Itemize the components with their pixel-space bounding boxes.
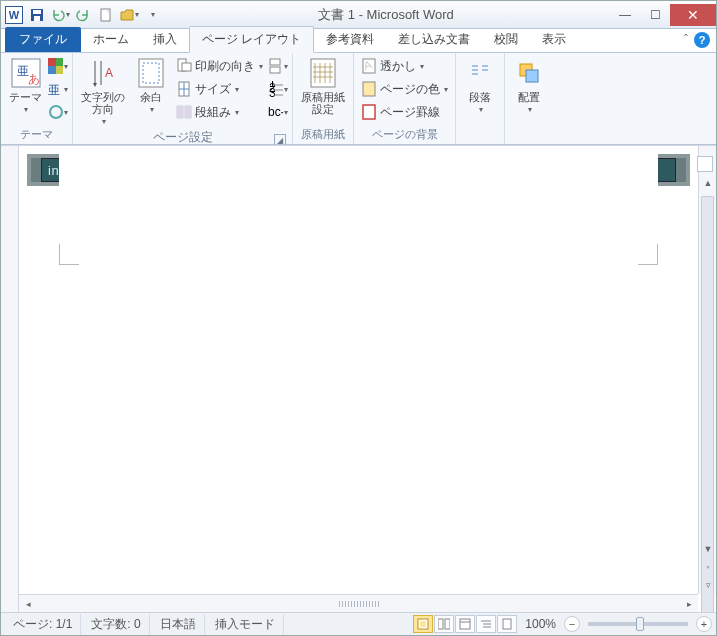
size-button[interactable]: サイズ▾ (173, 78, 266, 100)
orientation-label: 印刷の向き (195, 58, 255, 75)
tab-view[interactable]: 表示 (530, 27, 578, 52)
manuscript-settings-button[interactable]: 原稿用紙 設定 (297, 55, 349, 117)
theme-effects-button[interactable]: ▾ (48, 101, 68, 123)
next-page-button[interactable]: ▿ (699, 576, 716, 594)
open-document-button[interactable]: ▾ (119, 5, 139, 25)
text-direction-label: 文字列の 方向 (81, 91, 125, 115)
tab-page-layout[interactable]: ページ レイアウト (189, 26, 314, 53)
view-print-layout-button[interactable] (413, 615, 433, 633)
scroll-up-button[interactable]: ▲ (699, 174, 716, 192)
svg-text:bc-: bc- (268, 105, 283, 119)
page-borders-icon (361, 104, 377, 120)
text-direction-button[interactable]: A 文字列の 方向 ▾ (77, 55, 129, 128)
themes-icon: 亜あ (10, 57, 42, 89)
document-page[interactable] (59, 154, 658, 594)
close-button[interactable]: ✕ (670, 4, 716, 26)
save-button[interactable] (27, 5, 47, 25)
scroll-down-button[interactable]: ▼ (699, 540, 716, 558)
margins-icon (135, 57, 167, 89)
svg-rect-9 (48, 66, 56, 74)
zoom-level[interactable]: 100% (525, 617, 556, 631)
columns-icon (176, 104, 192, 120)
qat-customize-button[interactable]: ▾ (142, 5, 162, 25)
tab-file[interactable]: ファイル (5, 27, 81, 52)
page-borders-label: ページ罫線 (380, 104, 440, 121)
status-insert-mode[interactable]: 挿入モード (207, 614, 284, 635)
app-window: W ▾ ▾ ▾ 文書 1 - Microsoft Word (0, 0, 717, 636)
minimize-ribbon-button[interactable]: ˆ (684, 33, 688, 47)
tab-insert[interactable]: 挿入 (141, 27, 189, 52)
arrange-button[interactable]: 配置 ▾ (509, 55, 549, 116)
maximize-button[interactable]: ☐ (640, 4, 670, 26)
svg-rect-7 (48, 58, 56, 66)
theme-colors-button[interactable]: ▾ (48, 55, 68, 77)
manuscript-label: 原稿用紙 設定 (301, 91, 345, 115)
zoom-in-button[interactable]: + (696, 616, 712, 632)
watermark-button[interactable]: A 透かし▾ (358, 55, 451, 77)
svg-rect-25 (270, 59, 280, 65)
page-borders-button[interactable]: ページ罫線 (358, 101, 451, 123)
tab-review[interactable]: 校閲 (482, 27, 530, 52)
view-web-layout-button[interactable] (455, 615, 475, 633)
scroll-right-button[interactable]: ▸ (680, 595, 698, 613)
paragraph-button[interactable]: 段落 ▾ (460, 55, 500, 116)
svg-rect-8 (56, 58, 63, 66)
svg-rect-26 (270, 67, 280, 73)
group-arrange: 配置 ▾ (505, 53, 553, 144)
ruler-toggle-button[interactable] (697, 156, 713, 172)
previous-page-button[interactable]: ◦ (699, 558, 716, 576)
hyphenation-button[interactable]: bc-▾ (268, 101, 288, 123)
columns-button[interactable]: 段組み▾ (173, 101, 266, 123)
page-color-icon (361, 81, 377, 97)
quick-access-toolbar: ▾ ▾ ▾ (27, 5, 162, 25)
svg-rect-23 (177, 106, 183, 118)
horizontal-scrollbar[interactable]: ◂ ▸ (19, 594, 698, 612)
margins-label: 余白 (140, 91, 162, 103)
orientation-button[interactable]: 印刷の向き▾ (173, 55, 266, 77)
page-color-button[interactable]: ページの色▾ (358, 78, 451, 100)
zoom-slider[interactable] (588, 622, 688, 626)
chevron-down-icon: ▾ (102, 117, 106, 126)
line-numbers-button[interactable]: 123▾ (268, 78, 288, 100)
zoom-slider-thumb[interactable] (636, 617, 644, 631)
status-page[interactable]: ページ: 1/1 (5, 614, 81, 635)
vertical-ruler[interactable] (1, 146, 19, 612)
crop-mark-top-right (638, 244, 658, 264)
new-document-button[interactable] (96, 5, 116, 25)
word-app-icon: W (5, 6, 23, 24)
undo-button[interactable]: ▾ (50, 5, 70, 25)
status-word-count[interactable]: 文字数: 0 (83, 614, 149, 635)
vertical-scrollbar[interactable]: ▲ ▼ ◦ ▿ (698, 146, 716, 594)
margins-button[interactable]: 余白 ▾ (131, 55, 171, 116)
view-fullscreen-button[interactable] (434, 615, 454, 633)
help-button[interactable]: ? (694, 32, 710, 48)
svg-rect-45 (363, 105, 375, 119)
group-paragraph: 段落 ▾ (456, 53, 505, 144)
view-draft-button[interactable] (497, 615, 517, 633)
theme-fonts-button[interactable]: 亜▾ (48, 78, 68, 100)
tab-references[interactable]: 参考資料 (314, 27, 386, 52)
breaks-button[interactable]: ▾ (268, 55, 288, 77)
tab-mailings[interactable]: 差し込み文書 (386, 27, 482, 52)
group-page-setup: A 文字列の 方向 ▾ 余白 ▾ 印刷の向き▾ (73, 53, 293, 144)
chevron-down-icon: ▾ (151, 10, 155, 19)
zoom-out-button[interactable]: − (564, 616, 580, 632)
size-label: サイズ (195, 81, 231, 98)
chevron-down-icon: ▾ (150, 105, 154, 114)
group-themes-label: テーマ (5, 126, 68, 144)
redo-button[interactable] (73, 5, 93, 25)
window-controls: — ☐ ✕ (610, 4, 716, 26)
view-outline-button[interactable] (476, 615, 496, 633)
status-language[interactable]: 日本語 (152, 614, 205, 635)
group-arrange-label (509, 129, 549, 144)
tab-home[interactable]: ホーム (81, 27, 141, 52)
themes-button[interactable]: 亜あ テーマ ▾ (5, 55, 46, 116)
split-handle[interactable] (339, 601, 379, 607)
svg-rect-44 (363, 82, 375, 96)
page-viewport[interactable]: insatunomuki (19, 146, 698, 594)
svg-rect-54 (420, 621, 426, 627)
scroll-left-button[interactable]: ◂ (19, 595, 37, 613)
manuscript-icon (307, 57, 339, 89)
group-themes: 亜あ テーマ ▾ ▾ 亜▾ ▾ テーマ (1, 53, 73, 144)
minimize-button[interactable]: — (610, 4, 640, 26)
